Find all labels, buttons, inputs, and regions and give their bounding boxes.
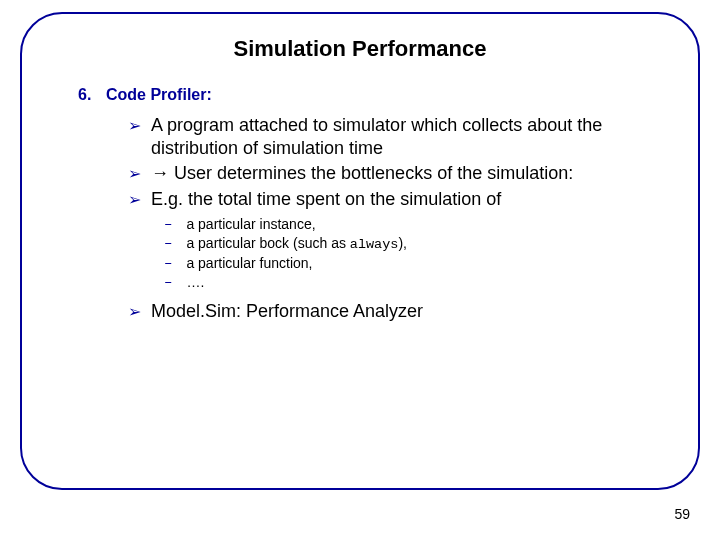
slide-title: Simulation Performance [58,36,662,62]
bullet-list-top: ➢ A program attached to simulator which … [128,114,662,210]
triangle-icon: ➢ [128,164,141,184]
dash-item: – a particular bock (such as always), [164,235,662,252]
dash-list: – a particular instance, – a particular … [164,216,662,290]
bullet-item: ➢ Model.Sim: Performance Analyzer [128,300,662,323]
dash-icon: – [164,216,172,232]
bullet-item: ➢ A program attached to simulator which … [128,114,662,159]
section-number: 6. [78,86,98,104]
code-text: always [350,237,399,252]
dash-text-pre: a particular bock (such as [186,235,349,251]
triangle-icon: ➢ [128,116,141,136]
dash-text: …. [186,274,204,290]
dash-text: a particular bock (such as always), [186,235,407,252]
bullet-text-inner: User determines the bottlenecks of the s… [169,163,573,183]
dash-icon: – [164,235,172,251]
section-heading-text: Code Profiler: [106,86,212,104]
dash-item: – a particular instance, [164,216,662,232]
triangle-icon: ➢ [128,302,141,322]
slide-frame: Simulation Performance 6. Code Profiler:… [20,12,700,490]
bullet-text: E.g. the total time spent on the simulat… [151,188,662,211]
bullet-item: ➢ → User determines the bottlenecks of t… [128,162,662,185]
bullet-text: → User determines the bottlenecks of the… [151,162,662,185]
bullet-list-bottom: ➢ Model.Sim: Performance Analyzer [128,300,662,323]
bullet-text: Model.Sim: Performance Analyzer [151,300,662,323]
dash-item: – a particular function, [164,255,662,271]
bullet-text: A program attached to simulator which co… [151,114,662,159]
dash-text-post: ), [398,235,407,251]
triangle-icon: ➢ [128,190,141,210]
section-heading: 6. Code Profiler: [78,86,662,104]
page-number: 59 [674,506,690,522]
dash-item: – …. [164,274,662,290]
arrow-icon: → [151,163,169,183]
dash-text: a particular instance, [186,216,315,232]
dash-text: a particular function, [186,255,312,271]
bullet-item: ➢ E.g. the total time spent on the simul… [128,188,662,211]
dash-icon: – [164,274,172,290]
dash-icon: – [164,255,172,271]
